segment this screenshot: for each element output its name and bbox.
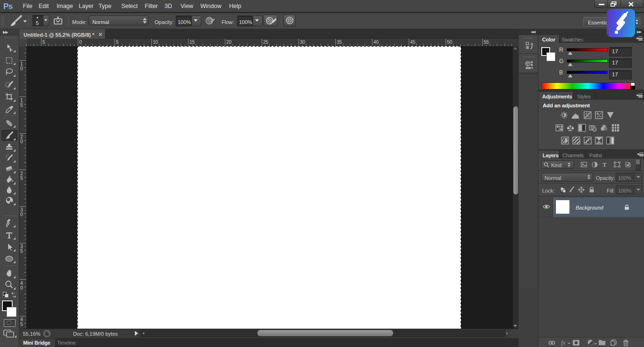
svg-text:0: 0 — [20, 285, 23, 291]
svg-text:10: 10 — [153, 40, 158, 45]
svg-text:40: 40 — [373, 40, 379, 45]
svg-text:35: 35 — [337, 40, 342, 45]
svg-text:20: 20 — [226, 40, 232, 45]
svg-text:5: 5 — [116, 40, 119, 45]
svg-text:0: 0 — [79, 40, 82, 45]
svg-text:30: 30 — [300, 40, 305, 45]
svg-text:45: 45 — [410, 40, 416, 45]
svg-text:50: 50 — [447, 40, 453, 45]
svg-text:5: 5 — [42, 40, 45, 45]
svg-text:5: 5 — [20, 103, 23, 108]
svg-text:0: 0 — [20, 139, 23, 144]
svg-text:5: 5 — [20, 249, 23, 254]
svg-text:0: 0 — [20, 66, 23, 71]
svg-text:0: 0 — [20, 212, 23, 217]
svg-text:25: 25 — [263, 40, 269, 45]
svg-text:5: 5 — [20, 322, 23, 327]
svg-text:5: 5 — [20, 176, 23, 181]
svg-text:55: 55 — [484, 40, 489, 45]
svg-text:15: 15 — [190, 40, 195, 45]
